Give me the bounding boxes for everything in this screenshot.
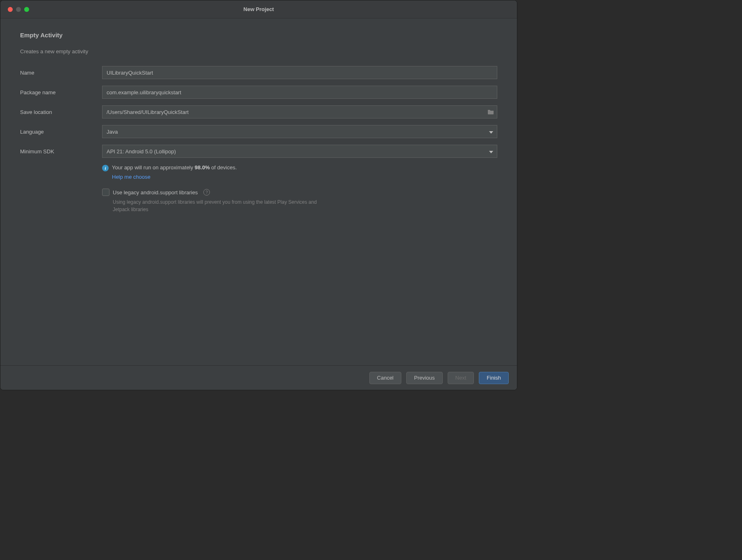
language-value: Java <box>107 129 118 135</box>
save-location-label: Save location <box>20 109 102 115</box>
minimum-sdk-row: Minimum SDK API 21: Android 5.0 (Lollipo… <box>20 145 497 158</box>
save-location-row: Save location <box>20 105 497 118</box>
language-select[interactable]: Java <box>102 125 497 138</box>
package-row: Package name <box>20 86 497 99</box>
device-coverage-info: i Your app will run on approximately 98.… <box>102 164 497 180</box>
legacy-libraries-description: Using legacy android.support libraries w… <box>113 198 318 213</box>
footer-buttons: Cancel Previous Next Finish <box>0 365 517 390</box>
legacy-libraries-row: Use legacy android.support libraries ? U… <box>102 189 497 213</box>
folder-browse-icon[interactable] <box>487 109 494 115</box>
new-project-window: New Project Empty Activity Creates a new… <box>0 0 517 390</box>
name-label: Name <box>20 70 102 76</box>
next-button[interactable]: Next <box>448 372 474 384</box>
window-controls <box>0 7 29 12</box>
minimum-sdk-value: API 21: Android 5.0 (Lollipop) <box>107 148 176 155</box>
close-window-button[interactable] <box>8 7 13 12</box>
name-input[interactable] <box>102 66 497 79</box>
package-label: Package name <box>20 89 102 96</box>
legacy-libraries-checkbox[interactable] <box>102 189 109 196</box>
help-icon[interactable]: ? <box>203 189 210 196</box>
device-coverage-text: Your app will run on approximately 98.0%… <box>112 164 237 171</box>
section-description: Creates a new empty activity <box>20 48 497 55</box>
window-title: New Project <box>0 6 517 12</box>
language-row: Language Java <box>20 125 497 138</box>
finish-button[interactable]: Finish <box>479 372 509 384</box>
previous-button[interactable]: Previous <box>406 372 443 384</box>
package-input[interactable] <box>102 86 497 99</box>
cancel-button[interactable]: Cancel <box>369 372 401 384</box>
language-label: Language <box>20 129 102 135</box>
titlebar: New Project <box>0 0 517 18</box>
maximize-window-button[interactable] <box>24 7 29 12</box>
name-row: Name <box>20 66 497 79</box>
section-heading: Empty Activity <box>20 32 497 39</box>
minimum-sdk-label: Minimum SDK <box>20 148 102 155</box>
info-icon: i <box>102 165 109 171</box>
minimize-window-button[interactable] <box>16 7 21 12</box>
help-me-choose-link[interactable]: Help me choose <box>112 174 150 180</box>
minimum-sdk-select[interactable]: API 21: Android 5.0 (Lollipop) <box>102 145 497 158</box>
save-location-input[interactable] <box>102 105 497 118</box>
legacy-libraries-label[interactable]: Use legacy android.support libraries <box>113 189 198 196</box>
content-area: Empty Activity Creates a new empty activ… <box>0 18 517 365</box>
